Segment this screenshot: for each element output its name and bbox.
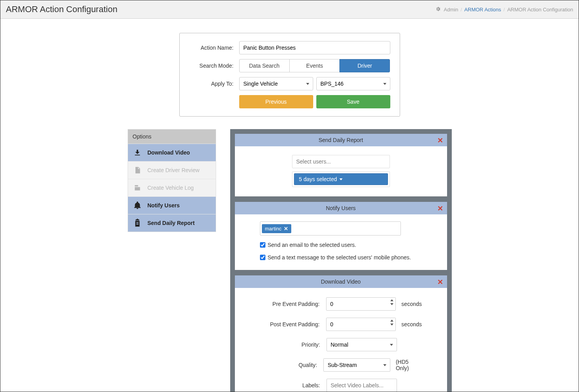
cards-column: Send Daily Report ✕ 5 days selected Noti… — [230, 129, 452, 392]
email-checkbox[interactable] — [260, 242, 265, 248]
card-daily-report: Send Daily Report ✕ 5 days selected — [235, 134, 447, 196]
mode-driver[interactable]: Driver — [339, 59, 390, 72]
pre-padding-input[interactable] — [326, 297, 396, 311]
pre-padding-label: Pre Event Padding: — [260, 301, 326, 307]
options-panel: Options Download Video Create Driver Rev… — [128, 129, 216, 232]
vehicle-select[interactable]: BPS_146 — [316, 77, 390, 90]
apply-to-label: Apply To: — [189, 81, 239, 87]
config-box: Action Name: Search Mode: Data Search Ev… — [179, 33, 400, 117]
breadcrumb-current: ARMOR Action Configuration — [507, 7, 573, 13]
spinner-arrows[interactable] — [390, 320, 393, 325]
close-icon[interactable]: ✕ — [437, 136, 443, 145]
option-label: Download Video — [148, 149, 190, 156]
breadcrumb-actions-link[interactable]: ARMOR Actions — [464, 7, 501, 13]
breadcrumb-sep: / — [503, 7, 505, 13]
option-label: Create Vehicle Log — [148, 185, 194, 191]
save-button[interactable]: Save — [316, 95, 390, 108]
close-icon[interactable]: ✕ — [437, 204, 443, 213]
apply-to-select[interactable]: Single Vehicle — [239, 77, 313, 90]
seconds-label: seconds — [401, 321, 422, 327]
labels-label: Labels: — [260, 382, 326, 388]
priority-select[interactable]: Normal — [326, 338, 397, 351]
email-label: Send an email to the selected users. — [268, 242, 356, 248]
breadcrumb: Admin / ARMOR Actions / ARMOR Action Con… — [435, 6, 573, 13]
sms-checkbox[interactable] — [260, 255, 265, 260]
clipboard-icon — [133, 218, 142, 228]
option-label: Create Driver Review — [148, 167, 200, 173]
quality-select[interactable]: Sub-Stream — [323, 358, 390, 372]
action-name-input[interactable] — [239, 41, 390, 54]
notify-users-input[interactable]: martinc ✕ — [260, 221, 401, 236]
search-mode-group: Data Search Events Driver — [239, 59, 390, 72]
bell-icon — [133, 201, 142, 210]
option-vehicle-log: Create Vehicle Log — [128, 179, 216, 196]
option-send-daily[interactable]: Send Daily Report — [128, 214, 216, 232]
mode-events[interactable]: Events — [289, 59, 340, 72]
daily-users-input[interactable] — [292, 155, 390, 168]
page-title: ARMOR Action Configuration — [6, 4, 117, 14]
spinner-arrows[interactable] — [390, 299, 393, 305]
user-tag: martinc ✕ — [262, 224, 292, 233]
gear-icon — [435, 6, 441, 13]
options-header: Options — [128, 129, 216, 144]
tag-remove-icon[interactable]: ✕ — [284, 226, 288, 232]
labels-input[interactable] — [326, 379, 397, 392]
mode-data-search[interactable]: Data Search — [239, 59, 290, 72]
previous-button[interactable]: Previous — [239, 95, 313, 108]
option-notify-users[interactable]: Notify Users — [128, 196, 216, 214]
option-download-video[interactable]: Download Video — [128, 144, 216, 161]
post-padding-label: Post Event Padding: — [260, 321, 326, 327]
card-title: Send Daily Report — [319, 137, 363, 143]
sms-label: Send a text message to the selected user… — [268, 254, 411, 261]
option-label: Notify Users — [148, 202, 180, 209]
close-icon[interactable]: ✕ — [437, 278, 443, 286]
search-mode-label: Search Mode: — [189, 63, 239, 69]
priority-label: Priority: — [260, 342, 326, 348]
log-icon — [133, 183, 142, 192]
option-label: Send Daily Report — [148, 220, 195, 226]
card-notify-users: Notify Users ✕ martinc ✕ Send an email t… — [235, 202, 447, 270]
card-title: Notify Users — [326, 205, 355, 211]
quality-note: (HD5 Only) — [396, 359, 422, 371]
page-header: ARMOR Action Configuration Admin / ARMOR… — [0, 0, 579, 19]
option-driver-review: Create Driver Review — [128, 161, 216, 179]
breadcrumb-admin[interactable]: Admin — [444, 7, 458, 13]
quality-label: Quality: — [260, 362, 323, 368]
document-icon — [133, 165, 142, 175]
action-name-label: Action Name: — [189, 45, 239, 51]
breadcrumb-sep: / — [460, 7, 462, 13]
download-icon — [133, 148, 142, 157]
card-title: Download Video — [321, 279, 361, 285]
post-padding-input[interactable] — [326, 318, 396, 331]
card-download-video: Download Video ✕ Pre Event Padding: seco… — [235, 275, 447, 392]
seconds-label: seconds — [401, 301, 422, 307]
daily-days-select[interactable]: 5 days selected — [294, 173, 388, 185]
